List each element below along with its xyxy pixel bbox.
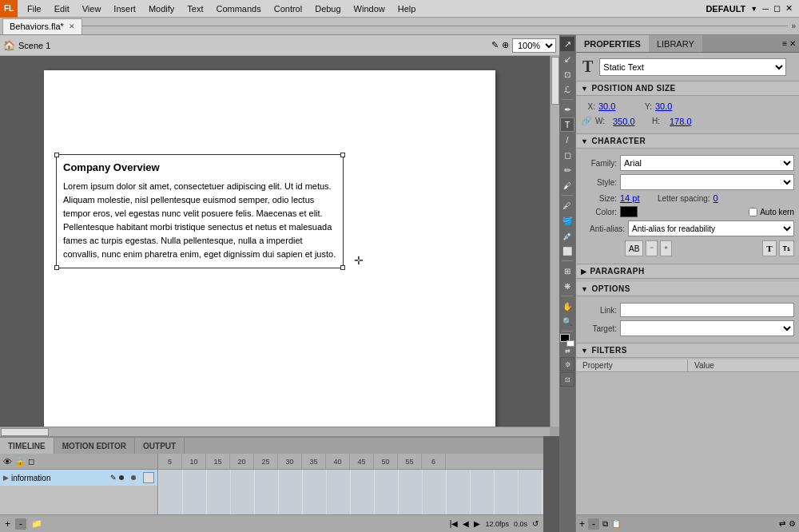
tl-delete-layer-icon[interactable]: -	[15, 518, 26, 530]
tool-brush[interactable]: 🖌	[560, 178, 574, 193]
minimize-button[interactable]: ─	[762, 4, 769, 14]
tab-motion-editor[interactable]: MOTION EDITOR	[54, 438, 135, 454]
tool-hand[interactable]: ✋	[560, 299, 574, 313]
handle-tr[interactable]	[340, 153, 345, 157]
panel-swap-icon[interactable]: ⇄	[779, 519, 785, 528]
section-options-title[interactable]: ▼ OPTIONS	[576, 282, 799, 296]
profile-dropdown-icon[interactable]: ▼	[750, 5, 757, 13]
panel-copy-filter-icon[interactable]: ⧉	[602, 519, 608, 529]
tl-loop-icon[interactable]: ↺	[532, 519, 539, 528]
panel-collapse-icon[interactable]: »	[788, 22, 799, 30]
tool-eyedropper[interactable]: 💉	[560, 228, 574, 243]
tool-select[interactable]: ↗	[560, 37, 574, 51]
menu-help[interactable]: Help	[392, 2, 423, 15]
section-paragraph-title[interactable]: ▶ PARAGRAPH	[576, 264, 799, 279]
x-value[interactable]: 30.0	[598, 101, 634, 111]
text-type-select[interactable]: Static Text	[599, 58, 786, 76]
scene-label[interactable]: Scene 1	[18, 41, 50, 50]
tab-output[interactable]: OUTPUT	[135, 438, 185, 454]
menu-view[interactable]: View	[76, 2, 108, 15]
tl-outline-icon[interactable]: ◻	[28, 457, 34, 466]
tool-rect[interactable]: ◻	[560, 148, 574, 162]
tl-add-layer-icon[interactable]: +	[5, 518, 10, 530]
close-button[interactable]: ✕	[785, 3, 793, 14]
style-select[interactable]	[620, 174, 794, 190]
letter-spacing-value[interactable]: 0	[714, 193, 718, 203]
tool-inkbottle[interactable]: 🖋	[560, 198, 574, 212]
tool-bone[interactable]: ⊞	[560, 264, 574, 278]
tool-pen[interactable]: ✒	[560, 102, 574, 117]
tool-pencil[interactable]: ✏	[560, 163, 574, 177]
tl-layer-information[interactable]: ▶ information ✎	[0, 470, 157, 486]
frame-row-information[interactable]	[158, 470, 543, 514]
home-icon[interactable]: 🏠	[3, 40, 15, 51]
snap-icon[interactable]: ⊡	[560, 372, 574, 387]
format-subscript-button[interactable]: ⁻	[646, 240, 658, 256]
family-select[interactable]: Arial	[620, 155, 794, 171]
lock-aspect-icon[interactable]: 🔗	[581, 116, 592, 126]
size-value[interactable]: 14 pt	[620, 193, 648, 203]
menu-file[interactable]: File	[21, 2, 48, 15]
menu-window[interactable]: Window	[348, 2, 392, 15]
section-position-title[interactable]: ▼ POSITION AND SIZE	[576, 81, 799, 96]
menu-edit[interactable]: Edit	[48, 2, 76, 15]
format-ab-button[interactable]: AB	[625, 240, 643, 256]
auto-kern-checkbox[interactable]	[749, 208, 757, 216]
menu-debug[interactable]: Debug	[308, 2, 347, 15]
tab-behaviors[interactable]: Behaviors.fla* ✕	[2, 18, 82, 34]
tool-text[interactable]: T	[560, 117, 574, 132]
menu-modify[interactable]: Modify	[142, 2, 181, 15]
handle-br[interactable]	[340, 265, 345, 270]
menu-control[interactable]: Control	[268, 2, 308, 15]
target-select[interactable]	[620, 320, 794, 336]
tool-deco[interactable]: ❋	[560, 279, 574, 293]
tool-line[interactable]: /	[560, 133, 574, 147]
panel-remove-filter-icon[interactable]: -	[588, 518, 599, 530]
tl-play-back[interactable]: ◀	[463, 519, 469, 528]
panel-add-filter-icon[interactable]: +	[579, 518, 585, 530]
scroll-thumb-v[interactable]	[551, 57, 559, 105]
tool-paint-bucket[interactable]: 🪣	[560, 213, 574, 228]
tool-zoom[interactable]: 🔍	[560, 314, 574, 328]
restore-button[interactable]: ◻	[773, 3, 781, 14]
swap-colors-icon[interactable]: ⇄	[565, 347, 570, 355]
tab-timeline[interactable]: TIMELINE	[0, 438, 54, 454]
tl-eye-icon[interactable]: 👁	[3, 457, 12, 466]
panel-menu-icon[interactable]: ≡	[782, 39, 787, 48]
h-value[interactable]: 178.0	[670, 117, 692, 126]
w-value[interactable]: 350.0	[613, 117, 649, 126]
anti-alias-select[interactable]: Anti-alias for readability	[628, 220, 794, 236]
handle-tl[interactable]	[54, 153, 59, 157]
tool-subselect[interactable]: ↙	[560, 52, 574, 66]
color-swatch[interactable]	[620, 206, 638, 217]
panel-close-icon[interactable]: ✕	[789, 39, 796, 48]
menu-text[interactable]: Text	[181, 2, 209, 15]
tool-transform[interactable]: ⊡	[560, 67, 574, 81]
tool-eraser[interactable]: ⬜	[560, 244, 574, 258]
tl-lock-icon[interactable]: 🔒	[15, 457, 25, 466]
link-input[interactable]	[620, 303, 794, 317]
tl-playback-start[interactable]: |◀	[450, 519, 459, 528]
format-T-sub-button[interactable]: T₁	[779, 240, 795, 256]
options-icon[interactable]: ⚙	[560, 357, 574, 371]
menu-commands[interactable]: Commands	[209, 2, 267, 15]
clip-icon[interactable]: ⊕	[502, 40, 509, 50]
panel-gear-icon[interactable]: ⚙	[789, 519, 796, 528]
menu-insert[interactable]: Insert	[107, 2, 142, 15]
tab-close-icon[interactable]: ✕	[69, 22, 75, 30]
tl-play[interactable]: ▶	[474, 519, 480, 528]
stroke-color-swatch[interactable]	[560, 334, 574, 347]
tool-lasso[interactable]: ℒ	[560, 82, 574, 97]
panel-paste-filter-icon[interactable]: 📋	[611, 519, 621, 528]
canvas-scrollbar-h[interactable]	[0, 427, 550, 436]
handle-bl[interactable]	[54, 265, 59, 270]
edit-symbols-icon[interactable]: ✎	[491, 40, 499, 50]
section-filters-title[interactable]: ▼ FILTERS	[576, 343, 799, 358]
text-box-container[interactable]: Company Overview Lorem ipsum dolor sit a…	[56, 154, 344, 268]
format-T-button[interactable]: T	[762, 240, 776, 256]
tl-folder-icon[interactable]: 📁	[31, 518, 42, 529]
canvas-scrollbar-v[interactable]	[550, 56, 559, 427]
tab-properties[interactable]: PROPERTIES	[576, 35, 649, 52]
pencil-icon[interactable]: ✎	[110, 474, 117, 482]
format-superscript-button[interactable]: ⁺	[660, 240, 672, 256]
